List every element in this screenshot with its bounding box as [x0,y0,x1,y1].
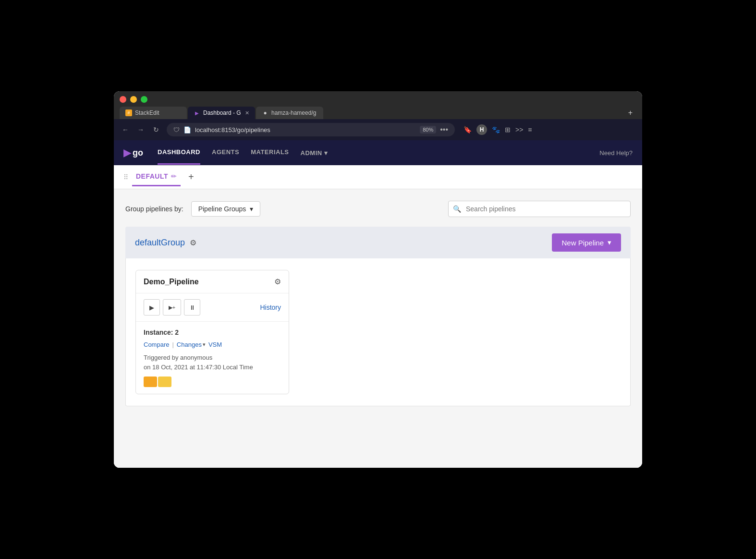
dropdown-arrow-icon: ▾ [250,205,253,213]
search-icon: 🔍 [453,205,461,213]
menu-icon[interactable]: ≡ [528,126,532,134]
maximize-button[interactable] [141,96,147,103]
group-settings-icon[interactable]: ⚙ [190,238,196,247]
triggered-on-text: on 18 Oct, 2021 at 11:47:30 Local Time [144,363,281,372]
group-header: defaultGroup ⚙ New Pipeline ▾ [125,227,631,258]
instance-label: Instance: 2 [144,328,281,336]
address-extras: 🔖 H 🐾 ⊞ >> ≡ [463,124,532,135]
refresh-button[interactable]: ↻ [150,124,162,135]
dashboard-tab-label: Dashboard - G [203,109,241,116]
main-content: Group pipelines by: Pipeline Groups ▾ 🔍 … [114,189,642,468]
address-text[interactable]: localhost:8153/go/pipelines [195,126,416,134]
group-by-dropdown[interactable]: Pipeline Groups ▾ [191,201,261,217]
filter-bar: Group pipelines by: Pipeline Groups ▾ 🔍 [125,201,631,217]
play-options-icon: ▶+ [169,304,175,311]
stackedit-tab-icon: # [125,109,132,116]
admin-dropdown-icon: ▾ [324,149,328,157]
add-tab-button[interactable]: + [624,107,636,119]
need-help-link[interactable]: Need Help? [599,149,633,157]
address-input-wrapper[interactable]: 🛡 📄 localhost:8153/go/pipelines 80% ••• [167,123,455,136]
go-logo-icon: ▶ [123,147,131,158]
nav-admin[interactable]: ADMIN ▾ [301,141,328,165]
bookmark-icon[interactable]: 🔖 [463,126,472,134]
back-button[interactable]: ← [120,124,131,135]
close-tab-icon[interactable]: ✕ [245,110,249,116]
nav-dashboard[interactable]: DASHBOARD [158,141,200,165]
browser-chrome: # StackEdit ▶ Dashboard - G ✕ ● hamza-ha… [114,91,642,119]
vsm-link[interactable]: VSM [208,341,222,348]
instance-links: Compare | Changes ▾ VSM [144,341,281,348]
play-button[interactable]: ▶ [144,299,160,316]
pipeline-card-header: Demo_Pipeline ⚙ [136,270,289,293]
github-tab-label: hamza-hameed/g [271,109,316,116]
forward-button[interactable]: → [135,124,146,135]
github-tab-icon: ● [262,109,268,116]
compare-link[interactable]: Compare [144,341,169,348]
nav-materials[interactable]: MATERIALS [251,141,289,165]
changes-arrow-icon: ▾ [203,341,206,348]
filter-label: Group pipelines by: [125,205,183,213]
instance-meta: Triggered by anonymous on 18 Oct, 2021 a… [144,353,281,372]
minimize-button[interactable] [130,96,137,103]
search-pipelines-input[interactable] [448,201,631,217]
new-pipeline-label: New Pipeline [561,239,604,247]
shield-icon: 🛡 [173,126,180,134]
pipeline-card-actions: ▶ ▶+ ⏸ History [136,293,289,322]
add-pipeline-tab-button[interactable]: + [184,171,198,182]
group-content: Demo_Pipeline ⚙ ▶ ▶+ ⏸ [125,258,631,406]
pause-button[interactable]: ⏸ [184,299,200,316]
app-content: ▶ go DASHBOARD AGENTS MATERIALS ADMIN ▾ … [114,140,642,468]
pipeline-card-demo: Demo_Pipeline ⚙ ▶ ▶+ ⏸ [135,270,289,394]
page-icon: 📄 [183,126,191,134]
pipeline-tab-default[interactable]: DEFAULT ✏ [132,168,181,186]
dashboard-tab-icon: ▶ [194,109,200,116]
more-tools-icon[interactable]: >> [515,126,523,134]
search-wrapper: 🔍 [448,201,631,217]
pause-icon: ⏸ [189,304,195,311]
grid-icon[interactable]: ⊞ [505,126,511,134]
more-options-icon[interactable]: ••• [440,125,448,134]
account-icon[interactable]: H [476,124,487,135]
top-nav: ▶ go DASHBOARD AGENTS MATERIALS ADMIN ▾ … [114,140,642,165]
stage-badge-running[interactable] [144,377,157,387]
browser-tabs: # StackEdit ▶ Dashboard - G ✕ ● hamza-ha… [120,107,636,119]
stage-badges [144,377,281,387]
edit-tab-icon[interactable]: ✏ [171,172,177,180]
pipeline-settings-icon[interactable]: ⚙ [274,277,281,286]
dropdown-value: Pipeline Groups [198,205,246,213]
zoom-level: 80% [420,126,436,134]
browser-tab-dashboard[interactable]: ▶ Dashboard - G ✕ [188,107,255,119]
extension-icon[interactable]: 🐾 [492,126,500,134]
stage-badge-waiting[interactable] [158,377,171,387]
nav-buttons: ← → ↻ [120,124,162,135]
pipeline-tab-label: DEFAULT [136,172,168,180]
changes-link[interactable]: Changes [177,341,202,348]
play-icon: ▶ [149,304,154,311]
triggered-by-text: Triggered by anonymous [144,353,281,363]
browser-window: # StackEdit ▶ Dashboard - G ✕ ● hamza-ha… [114,91,642,468]
group-name-text: defaultGroup [135,238,185,248]
address-bar: ← → ↻ 🛡 📄 localhost:8153/go/pipelines 80… [114,119,642,140]
tabs-bar: ⠿ DEFAULT ✏ + [114,165,642,189]
go-logo: ▶ go [123,147,143,158]
group-name: defaultGroup ⚙ [135,238,196,248]
traffic-lights [120,96,636,103]
drag-handle-icon: ⠿ [123,173,128,181]
play-with-options-button[interactable]: ▶+ [163,299,181,316]
pipeline-group-default: defaultGroup ⚙ New Pipeline ▾ Demo_Pipe [125,227,631,406]
go-logo-text: go [133,148,143,158]
pipeline-name: Demo_Pipeline [144,278,199,286]
browser-tab-github[interactable]: ● hamza-hameed/g [256,107,323,119]
history-link[interactable]: History [260,304,281,311]
nav-agents[interactable]: AGENTS [212,141,239,165]
stackedit-tab-label: StackEdit [135,109,159,116]
changes-dropdown[interactable]: Changes ▾ [177,341,206,348]
new-pipeline-button[interactable]: New Pipeline ▾ [552,233,621,252]
pipeline-instance: Instance: 2 Compare | Changes ▾ VSM [136,322,289,394]
close-button[interactable] [120,96,126,103]
nav-admin-label: ADMIN [301,149,322,157]
top-nav-links: DASHBOARD AGENTS MATERIALS ADMIN ▾ [158,141,599,165]
browser-tab-stackedit[interactable]: # StackEdit [120,107,187,119]
separator-1: | [172,341,173,348]
new-pipeline-arrow-icon: ▾ [608,238,611,247]
